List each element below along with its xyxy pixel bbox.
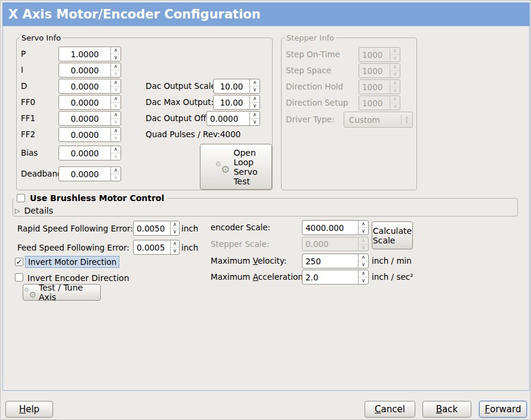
spin-down-icon[interactable]: ∨ [111, 102, 121, 109]
spin-up-icon[interactable]: ∧ [111, 79, 121, 86]
spin-up-icon[interactable]: ∧ [111, 167, 121, 174]
spin-buttons[interactable]: ∧∨ [249, 112, 260, 125]
spin-up-icon[interactable]: ∧ [111, 128, 121, 134]
p-spinbox[interactable]: 1.0000 ∧∨ [58, 47, 121, 61]
ff0-spinbox[interactable]: 0.0000 ∧∨ [58, 95, 121, 110]
brushless-checkbox[interactable] [17, 194, 25, 202]
spin-down-icon[interactable]: ∨ [250, 118, 260, 125]
dac-max-output-label: Dac Max Output: [146, 97, 214, 107]
spin-down-icon[interactable]: ∨ [111, 118, 121, 125]
test-tune-axis-button[interactable]: ⚙⚙ Test / Tune Axis [23, 284, 101, 301]
encoder-scale-value: 4000.000 [302, 221, 358, 234]
spin-buttons[interactable]: ∧∨ [110, 146, 121, 160]
driver-type-value: Custom [344, 115, 401, 125]
spin-buttons: ∧∨ [390, 96, 400, 110]
i-spinbox[interactable]: 0.0000 ∧∨ [58, 63, 121, 78]
spin-buttons[interactable]: ∧∨ [110, 167, 121, 181]
spin-down-icon[interactable]: ∨ [359, 261, 368, 268]
back-button[interactable]: Back [422, 401, 471, 418]
spin-up-icon[interactable]: ∧ [111, 47, 121, 54]
encoder-scale-spinbox[interactable]: 4000.000 ∧∨ [302, 220, 369, 235]
spin-buttons[interactable]: ∧∨ [249, 95, 260, 109]
max-acceleration-value: 2.0 [302, 270, 358, 284]
cancel-button[interactable]: Cancel [365, 401, 415, 418]
d-spinbox[interactable]: 0.0000 ∧∨ [58, 79, 121, 94]
spin-down-icon[interactable]: ∨ [359, 277, 368, 284]
open-loop-servo-test-button[interactable]: ⚙⚙ Open Loop Servo Test [200, 144, 272, 190]
direction-hold-label: Direction Hold [286, 82, 343, 91]
spin-buttons[interactable]: ∧∨ [110, 79, 121, 93]
details-expander[interactable]: ▷ Details [15, 206, 53, 215]
step-space-value: 1000 [359, 64, 390, 78]
spin-buttons[interactable]: ∧∨ [110, 63, 121, 77]
spin-up-icon[interactable]: ∧ [111, 95, 121, 102]
rapid-following-error-spinbox[interactable]: 0.0050 ∧∨ [133, 221, 180, 236]
p-value: 1.0000 [59, 47, 110, 61]
spin-buttons[interactable]: ∧∨ [170, 221, 179, 235]
invert-encoder-label[interactable]: Invert Encoder Direction [27, 273, 129, 283]
max-acceleration-spinbox[interactable]: 2.0 ∧∨ [302, 270, 369, 285]
driver-type-label: Driver Type: [286, 115, 334, 124]
help-button[interactable]: Help [5, 401, 53, 418]
spin-up-icon[interactable]: ∧ [111, 112, 121, 118]
deadband-spinbox[interactable]: 0.0000 ∧∨ [58, 166, 121, 181]
invert-encoder-checkbox[interactable] [15, 273, 23, 282]
spin-down-icon[interactable]: ∨ [111, 54, 121, 61]
spin-down-icon[interactable]: ∨ [171, 247, 179, 254]
forward-button[interactable]: Forward [479, 401, 527, 418]
invert-motor-checkbox[interactable]: ✓ [15, 258, 23, 266]
spin-buttons[interactable]: ∧∨ [110, 112, 121, 125]
quad-pulses-label: Quad Pulses / Rev: [146, 129, 220, 139]
feed-following-error-spinbox[interactable]: 0.0005 ∧∨ [133, 240, 180, 255]
gears-icon: ⚙⚙ [214, 159, 230, 175]
bias-value: 0.0000 [59, 146, 110, 160]
spin-buttons[interactable]: ∧∨ [170, 240, 179, 254]
spin-down-icon[interactable]: ∨ [250, 86, 260, 93]
spin-down-icon[interactable]: ∨ [111, 153, 121, 160]
spin-buttons[interactable]: ∧∨ [110, 47, 121, 61]
max-velocity-label: Maximum Velocity: [211, 256, 286, 265]
ff1-spinbox[interactable]: 0.0000 ∧∨ [58, 111, 121, 126]
invert-motor-label[interactable]: Invert Motor Direction [25, 256, 119, 268]
spin-up-icon[interactable]: ∧ [359, 254, 368, 261]
spin-down-icon[interactable]: ∨ [111, 174, 121, 181]
dac-max-output-spinbox[interactable]: 10.00 ∧∨ [213, 95, 260, 110]
spin-buttons[interactable]: ∧∨ [110, 95, 121, 109]
dac-output-scale-spinbox[interactable]: 10.00 ∧∨ [213, 79, 260, 94]
dialog-window: X Axis Motor/Encoder Configuration Servo… [0, 0, 531, 420]
ff0-label: FF0 [21, 97, 35, 107]
spin-up-icon[interactable]: ∧ [250, 79, 260, 86]
spin-buttons[interactable]: ∧∨ [110, 128, 121, 141]
spin-buttons[interactable]: ∧∨ [358, 221, 368, 234]
spin-up-icon[interactable]: ∧ [111, 63, 121, 70]
spin-up-icon[interactable]: ∧ [359, 221, 368, 227]
calculate-scale-button[interactable]: Calculate Scale [372, 221, 413, 249]
spin-up-icon[interactable]: ∧ [250, 112, 260, 118]
spin-up-icon[interactable]: ∧ [359, 270, 368, 277]
spin-buttons[interactable]: ∧∨ [358, 270, 368, 284]
encoder-scale-label: encoder Scale: [211, 223, 270, 232]
spin-down-icon[interactable]: ∨ [111, 134, 121, 141]
spin-down-icon[interactable]: ∨ [171, 228, 179, 235]
spin-down-icon[interactable]: ∨ [250, 102, 260, 109]
spin-down-icon[interactable]: ∨ [111, 70, 121, 77]
max-velocity-unit: inch / min [372, 256, 412, 265]
spin-buttons[interactable]: ∧∨ [358, 254, 368, 268]
brushless-checkbox-label[interactable]: Use Brushless Motor Control [30, 193, 164, 203]
p-label: P [21, 49, 26, 58]
bias-spinbox[interactable]: 0.0000 ∧∨ [58, 146, 121, 160]
spin-down-icon[interactable]: ∨ [359, 227, 368, 234]
spin-up-icon: ∧ [390, 48, 400, 54]
spin-buttons[interactable]: ∧∨ [249, 79, 260, 93]
max-velocity-spinbox[interactable]: 250 ∧∨ [302, 254, 369, 268]
dac-output-offset-spinbox[interactable]: 0.0000 ∧∨ [206, 111, 260, 126]
spin-up-icon[interactable]: ∧ [171, 221, 179, 228]
direction-setup-label: Direction Setup [286, 98, 348, 107]
spin-down-icon[interactable]: ∨ [111, 86, 121, 93]
spin-up-icon: ∧ [359, 237, 368, 244]
spin-up-icon[interactable]: ∧ [250, 95, 260, 102]
brushless-checkbox-row[interactable]: Use Brushless Motor Control [14, 193, 167, 203]
spin-up-icon[interactable]: ∧ [111, 146, 121, 153]
ff2-spinbox[interactable]: 0.0000 ∧∨ [58, 127, 121, 142]
spin-up-icon[interactable]: ∧ [171, 240, 179, 247]
